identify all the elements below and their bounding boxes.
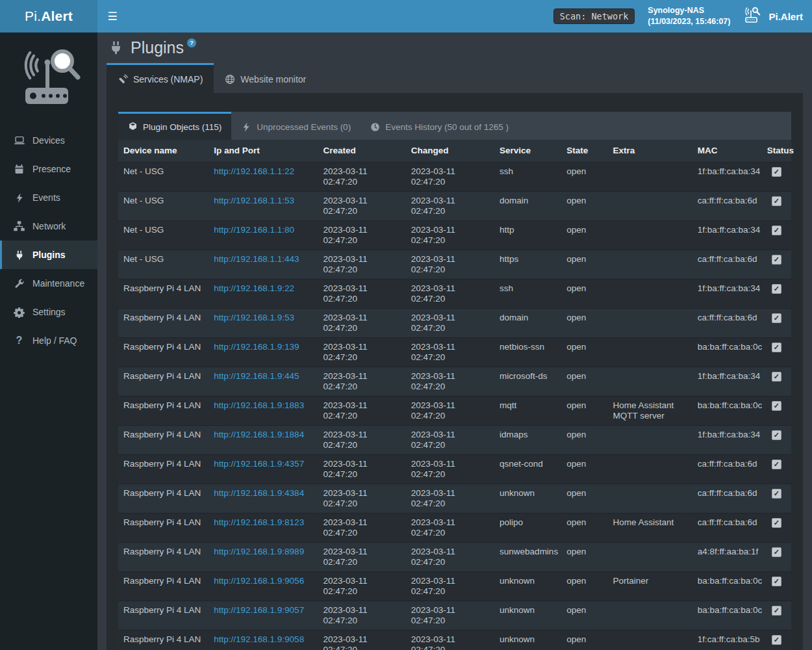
table-row: Raspberry Pi 4 LANhttp://192.168.1.9:139… xyxy=(118,338,791,367)
ip-port-link[interactable]: http://192.168.1.9:22 xyxy=(214,283,294,293)
sidebar-item-presence[interactable]: Presence xyxy=(0,155,97,183)
status-checkbox[interactable]: ✓ xyxy=(772,635,781,645)
table-row: Raspberry Pi 4 LANhttp://192.168.1.9:532… xyxy=(118,309,791,338)
ip-port-link[interactable]: http://192.168.1.1:22 xyxy=(214,166,294,176)
table-body: Net - USGhttp://192.168.1.1:222023-03-11… xyxy=(118,162,791,650)
state-cell: open xyxy=(561,601,607,630)
ip-port-link[interactable]: http://192.168.1.9:8989 xyxy=(214,547,304,556)
hamburger-icon: ☰ xyxy=(107,10,117,23)
ip-port-link[interactable]: http://192.168.1.9:445 xyxy=(214,371,299,381)
sidebar-item-network[interactable]: Network xyxy=(0,212,97,240)
ip-port-link[interactable]: http://192.168.1.1:53 xyxy=(214,196,294,205)
service-cell: domain xyxy=(494,192,561,221)
device-name-cell: Raspberry Pi 4 LAN xyxy=(118,514,209,543)
ip-port-link[interactable]: http://192.168.1.9:9056 xyxy=(214,576,304,586)
tab-services-nmap[interactable]: Services (NMAP) xyxy=(107,63,214,93)
service-cell: microsoft-ds xyxy=(494,367,561,396)
ip-port-cell: http://192.168.1.1:80 xyxy=(209,221,318,250)
device-name-cell: Net - USG xyxy=(118,221,209,250)
status-checkbox[interactable]: ✓ xyxy=(772,284,781,294)
table-row: Raspberry Pi 4 LANhttp://192.168.1.9:188… xyxy=(118,426,791,455)
state-cell: open xyxy=(561,484,607,514)
device-name-cell: Net - USG xyxy=(118,162,209,192)
tab-label: Plugin Objects (115) xyxy=(143,122,222,132)
subtab-events-history[interactable]: Events History (50 out of 1265 ) xyxy=(361,112,518,140)
sidebar-item-label: Presence xyxy=(32,164,71,174)
sidebar-item-maintenance[interactable]: Maintenance xyxy=(0,269,97,298)
laptop-icon xyxy=(13,135,25,147)
clock-icon xyxy=(370,122,380,132)
tab-label: Website monitor xyxy=(240,74,306,84)
ip-port-link[interactable]: http://192.168.1.9:53 xyxy=(214,313,294,322)
status-checkbox[interactable]: ✓ xyxy=(772,372,781,382)
ip-port-link[interactable]: http://192.168.1.9:1883 xyxy=(214,400,304,410)
sidebar-item-help-faq[interactable]: ?Help / FAQ xyxy=(0,326,97,355)
calendar-icon xyxy=(13,163,25,176)
table-row: Raspberry Pi 4 LANhttp://192.168.1.9:898… xyxy=(118,543,791,572)
host-timestamp: (11/03/2023, 15:46:07) xyxy=(648,16,730,28)
tab-label: Events History (50 out of 1265 ) xyxy=(385,122,509,132)
brand-logo[interactable]: Pi.Alert xyxy=(0,0,97,32)
ip-port-link[interactable]: http://192.168.1.9:9058 xyxy=(214,634,304,644)
changed-cell: 2023-03-11 02:47:20 xyxy=(406,455,494,484)
status-checkbox[interactable]: ✓ xyxy=(772,577,781,586)
changed-cell: 2023-03-11 02:47:20 xyxy=(406,250,494,280)
status-checkbox[interactable]: ✓ xyxy=(772,606,781,616)
ip-port-link[interactable]: http://192.168.1.9:1884 xyxy=(214,430,304,439)
ip-port-cell: http://192.168.1.9:22 xyxy=(209,280,318,309)
status-cell: ✓ xyxy=(762,162,791,192)
sidebar-item-events[interactable]: Events xyxy=(0,183,97,212)
ip-port-link[interactable]: http://192.168.1.9:4384 xyxy=(214,488,304,498)
state-cell: open xyxy=(561,572,607,601)
status-checkbox[interactable]: ✓ xyxy=(772,518,781,528)
ip-port-link[interactable]: http://192.168.1.9:139 xyxy=(214,342,299,352)
ip-port-link[interactable]: http://192.168.1.9:9057 xyxy=(214,605,304,615)
sidebar-item-settings[interactable]: Settings xyxy=(0,298,97,326)
status-checkbox[interactable]: ✓ xyxy=(772,196,781,206)
status-cell: ✓ xyxy=(762,367,791,396)
extra-cell xyxy=(607,309,692,338)
ip-port-link[interactable]: http://192.168.1.9:8123 xyxy=(214,517,304,527)
ip-port-link[interactable]: http://192.168.1.9:4357 xyxy=(214,459,304,469)
changed-cell: 2023-03-11 02:47:20 xyxy=(406,162,494,192)
status-checkbox[interactable]: ✓ xyxy=(772,460,781,469)
extra-cell: Home Assistant xyxy=(607,514,692,543)
sidebar-item-label: Help / FAQ xyxy=(32,335,77,346)
status-checkbox[interactable]: ✓ xyxy=(772,255,781,265)
extra-cell xyxy=(607,543,692,572)
app-brand[interactable]: Pi.Alert xyxy=(743,6,803,26)
mac-cell: ba:ba:ff:ca:ba:0c xyxy=(692,572,762,601)
table-row: Raspberry Pi 4 LANhttp://192.168.1.9:905… xyxy=(118,601,791,630)
state-cell: open xyxy=(561,221,607,250)
device-name-cell: Raspberry Pi 4 LAN xyxy=(118,280,209,309)
status-checkbox[interactable]: ✓ xyxy=(772,430,781,440)
status-checkbox[interactable]: ✓ xyxy=(772,313,781,323)
created-cell: 2023-03-11 02:47:20 xyxy=(318,192,406,221)
plugin-tabs: Services (NMAP)Website monitor xyxy=(107,63,803,93)
service-cell: ssh xyxy=(494,162,561,192)
changed-cell: 2023-03-11 02:47:20 xyxy=(406,221,494,250)
ip-port-link[interactable]: http://192.168.1.1:80 xyxy=(214,225,294,235)
subtab-unprocessed-events[interactable]: Unprocessed Events (0) xyxy=(231,112,361,140)
status-checkbox[interactable]: ✓ xyxy=(772,401,781,411)
table-header: Device nameIp and PortCreatedChangedServ… xyxy=(118,140,791,162)
status-cell: ✓ xyxy=(762,396,791,426)
help-badge[interactable]: ? xyxy=(187,38,196,47)
sidebar-item-plugins[interactable]: Plugins xyxy=(0,240,97,269)
created-cell: 2023-03-11 02:47:20 xyxy=(318,221,406,250)
sidebar-toggle-button[interactable]: ☰ xyxy=(97,0,127,32)
extra-cell xyxy=(607,367,692,396)
status-checkbox[interactable]: ✓ xyxy=(772,489,781,499)
status-checkbox[interactable]: ✓ xyxy=(772,226,781,235)
service-cell: domain xyxy=(494,309,561,338)
status-checkbox[interactable]: ✓ xyxy=(772,547,781,557)
state-cell: open xyxy=(561,367,607,396)
status-checkbox[interactable]: ✓ xyxy=(772,167,781,177)
sidebar-item-devices[interactable]: Devices xyxy=(0,126,97,155)
state-cell: open xyxy=(561,543,607,572)
created-cell: 2023-03-11 02:47:20 xyxy=(318,309,406,338)
subtab-plugin-objects[interactable]: Plugin Objects (115) xyxy=(118,112,231,140)
tab-website-monitor[interactable]: Website monitor xyxy=(214,63,317,93)
ip-port-link[interactable]: http://192.168.1.1:443 xyxy=(214,254,299,264)
status-checkbox[interactable]: ✓ xyxy=(772,343,781,352)
